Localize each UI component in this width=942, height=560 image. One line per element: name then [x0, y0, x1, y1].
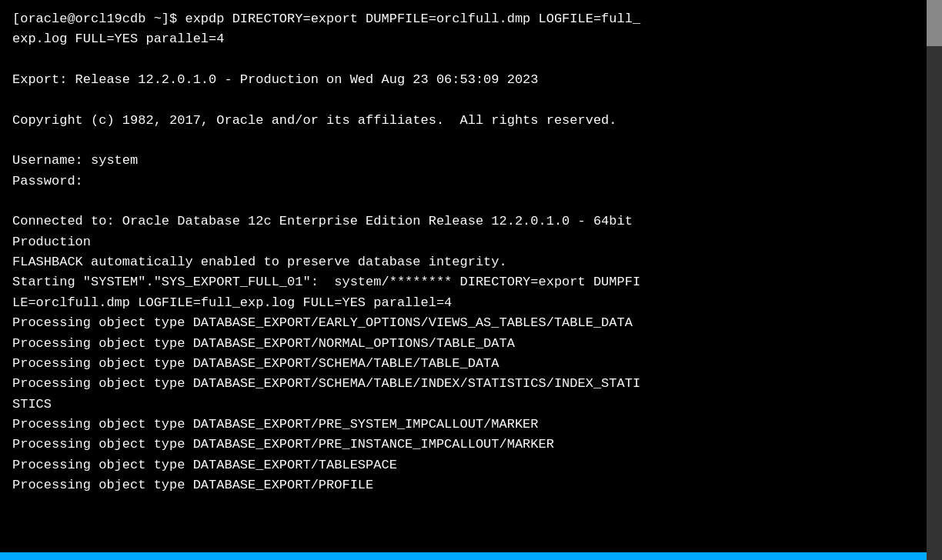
terminal-line: Processing object type DATABASE_EXPORT/P…	[12, 415, 914, 435]
terminal-line: Starting "SYSTEM"."SYS_EXPORT_FULL_01": …	[12, 272, 914, 292]
terminal-line: Processing object type DATABASE_EXPORT/S…	[12, 354, 914, 374]
terminal-output: [oracle@orcl19cdb ~]$ expdp DIRECTORY=ex…	[12, 9, 914, 495]
terminal-bottom-bar	[0, 552, 927, 560]
terminal-line	[12, 50, 914, 70]
terminal-line: Processing object type DATABASE_EXPORT/P…	[12, 435, 914, 455]
terminal-line: Processing object type DATABASE_EXPORT/P…	[12, 475, 914, 495]
terminal-line: exp.log FULL=YES parallel=4	[12, 29, 914, 49]
terminal-line: FLASHBACK automatically enabled to prese…	[12, 252, 914, 272]
terminal-line	[12, 90, 914, 110]
terminal-line: Processing object type DATABASE_EXPORT/S…	[12, 374, 914, 394]
scrollbar[interactable]	[927, 0, 942, 560]
terminal-line: Production	[12, 232, 914, 252]
terminal-line: LE=orclfull.dmp LOGFILE=full_exp.log FUL…	[12, 293, 914, 313]
terminal-line: Export: Release 12.2.0.1.0 - Production …	[12, 70, 914, 90]
terminal-line: Copyright (c) 1982, 2017, Oracle and/or …	[12, 111, 914, 131]
terminal-line: Processing object type DATABASE_EXPORT/E…	[12, 313, 914, 333]
terminal-line: STICS	[12, 395, 914, 415]
terminal-line: Password:	[12, 172, 914, 192]
terminal-line: Username: system	[12, 151, 914, 171]
terminal-line: Processing object type DATABASE_EXPORT/N…	[12, 334, 914, 354]
scrollbar-thumb[interactable]	[927, 0, 942, 46]
terminal-line	[12, 131, 914, 151]
terminal-line: [oracle@orcl19cdb ~]$ expdp DIRECTORY=ex…	[12, 9, 914, 29]
terminal-line: Connected to: Oracle Database 12c Enterp…	[12, 212, 914, 232]
terminal-line	[12, 192, 914, 212]
terminal-line: Processing object type DATABASE_EXPORT/T…	[12, 455, 914, 475]
terminal-window[interactable]: [oracle@orcl19cdb ~]$ expdp DIRECTORY=ex…	[0, 0, 927, 560]
